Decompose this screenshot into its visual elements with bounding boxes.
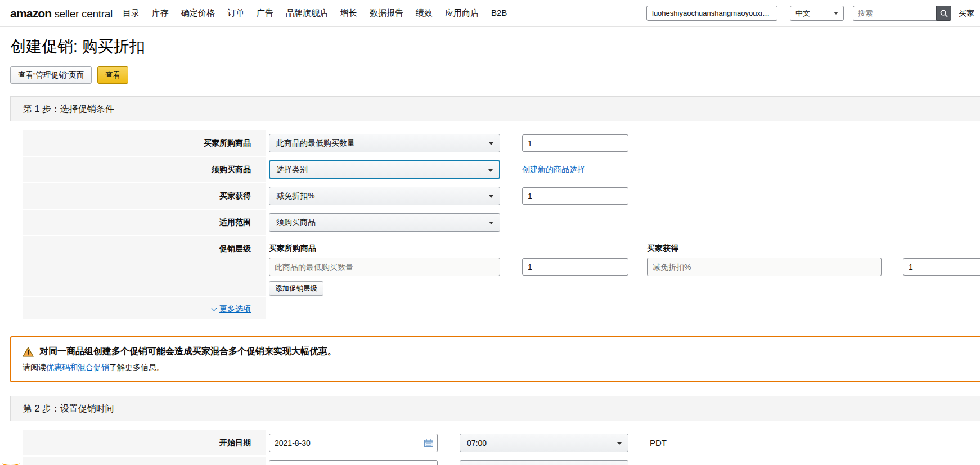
step2-header: 第 2 步：设置促销时间 (10, 396, 980, 421)
top-nav-right: luoheshiyaochuanshangmaoyouxiang... 中文 买… (646, 6, 974, 21)
buyer-gets-row: 买家获得 减免折扣% (23, 183, 980, 209)
purchased-items-row: 须购买商品 选择类别 创建新的商品选择 (23, 157, 980, 182)
account-selector[interactable]: luoheshiyaochuanshangmaoyouxiang... (646, 6, 777, 21)
applies-to-select[interactable]: 须购买商品 (269, 213, 500, 232)
tier-discount-criteria-input[interactable] (647, 258, 882, 276)
multiple-promotions-warning: 对同一商品组创建多个促销可能会造成买家混合多个促销来实现大幅优惠。 请阅读优惠码… (10, 336, 980, 382)
nav-item-stores[interactable]: 品牌旗舰店 (286, 8, 328, 19)
amazon-logo-text: amazon (10, 7, 51, 20)
view-button[interactable]: 查看 (97, 66, 128, 84)
end-date-row: 结束日期 (23, 457, 980, 465)
purchased-items-select[interactable]: 选择类别 (269, 160, 500, 179)
more-options-link[interactable]: 更多选项 (212, 304, 251, 314)
tier-qty-value-input[interactable] (522, 258, 628, 276)
buyer-purchases-label: 买家所购商品 (23, 130, 266, 156)
buyer-gets-amount-input[interactable] (522, 187, 628, 205)
search-icon (940, 10, 948, 17)
language-select-value: 中文 (795, 8, 810, 19)
search-button[interactable] (936, 6, 951, 21)
start-timezone-label: PDT (650, 438, 667, 448)
warning-icon (23, 347, 34, 357)
chevron-down-icon (488, 169, 493, 172)
create-product-selection-link[interactable]: 创建新的商品选择 (522, 165, 585, 175)
applies-to-label: 适用范围 (23, 210, 266, 235)
start-time-select[interactable]: 07:00 (460, 434, 628, 452)
add-tier-button[interactable]: 添加促销层级 (269, 281, 323, 296)
nav-item-performance[interactable]: 绩效 (416, 8, 433, 19)
start-date-input[interactable] (269, 434, 438, 452)
warning-body: 请阅读优惠码和混合促销了解更多信息。 (23, 363, 971, 373)
end-date-input[interactable] (269, 460, 438, 465)
buyer-purchases-row: 买家所购商品 此商品的最低购买数量 (23, 130, 980, 156)
amazon-smile-icon (2, 462, 20, 465)
end-date-label: 结束日期 (23, 457, 266, 465)
page-action-buttons: 查看“管理促销”页面 查看 (10, 66, 980, 84)
step2-body: 开始日期 (10, 421, 980, 465)
nav-item-reports[interactable]: 数据报告 (370, 8, 403, 19)
buyer-purchases-select-value: 此商品的最低购买数量 (276, 138, 355, 148)
step2-section: 第 2 步：设置促销时间 开始日期 (10, 396, 980, 465)
main-nav: 目录 库存 确定价格 订单 广告 品牌旗舰店 增长 数据报告 绩效 应用商店 B… (123, 8, 507, 19)
buyer-gets-select-value: 减免折扣% (276, 191, 314, 201)
applies-to-select-value: 须购买商品 (276, 218, 316, 228)
tier-col1-header: 买家所购商品 (269, 243, 647, 254)
more-options-row: 更多选项 (23, 297, 980, 319)
search-box (853, 6, 951, 21)
chevron-down-icon (617, 442, 622, 445)
nav-item-orders[interactable]: 订单 (227, 8, 244, 19)
buyer-gets-select[interactable]: 减免折扣% (269, 187, 500, 205)
nav-item-pricing[interactable]: 确定价格 (181, 8, 215, 19)
start-time-select-value: 07:00 (467, 439, 487, 448)
main-content: 创建促销: 购买折扣 查看“管理促销”页面 查看 第 1 步：选择促销条件 买家… (0, 36, 980, 465)
nav-item-catalog[interactable]: 目录 (123, 8, 140, 19)
step1-header: 第 1 步：选择促销条件 (10, 96, 980, 121)
amazon-logo[interactable]: amazon seller central (10, 7, 113, 20)
promotion-tier-row: 促销层级 买家所购商品 买家获得 添加促销层级 (23, 236, 980, 296)
start-date-row: 开始日期 (23, 430, 980, 455)
nav-item-inventory[interactable]: 库存 (152, 8, 169, 19)
promotion-tier-label: 促销层级 (23, 236, 266, 296)
step1-section: 第 1 步：选择促销条件 买家所购商品 此商品的最低购买数量 须购买商品 选择类… (10, 96, 980, 328)
chevron-down-icon (489, 222, 493, 224)
chevron-down-icon (489, 195, 493, 198)
chevron-down-icon (834, 12, 838, 15)
applies-to-row: 适用范围 须购买商品 (23, 210, 980, 235)
top-nav: amazon seller central 目录 库存 确定价格 订单 广告 品… (0, 0, 980, 27)
coupon-stacking-link[interactable]: 优惠码和混合促销 (46, 363, 109, 372)
search-input[interactable] (853, 6, 936, 21)
nav-item-b2b[interactable]: B2B (491, 8, 507, 19)
warning-title: 对同一商品组创建多个促销可能会造成买家混合多个促销来实现大幅优惠。 (39, 346, 336, 358)
chevron-down-icon (489, 142, 493, 145)
buyer-gets-label: 买家获得 (23, 183, 266, 209)
nav-item-growth[interactable]: 增长 (340, 8, 357, 19)
page-title: 创建促销: 购买折扣 (10, 36, 980, 57)
edge-partial-text: 买家 (959, 8, 974, 19)
tier-col2-header: 买家获得 (647, 243, 678, 254)
purchased-items-select-value: 选择类别 (276, 165, 308, 175)
chevron-down-icon (212, 306, 217, 311)
nav-item-appstore[interactable]: 应用商店 (445, 8, 479, 19)
buyer-purchases-select[interactable]: 此商品的最低购买数量 (269, 134, 500, 152)
step1-body: 买家所购商品 此商品的最低购买数量 须购买商品 选择类别 创建新的商品 (10, 121, 980, 328)
buyer-purchases-qty-input[interactable] (522, 134, 628, 152)
start-date-label: 开始日期 (23, 430, 266, 455)
purchased-items-label: 须购买商品 (23, 157, 266, 182)
seller-central-logo-text: seller central (54, 8, 113, 20)
end-time-select[interactable]: 23:59 (460, 460, 628, 465)
tier-discount-value-input[interactable] (903, 258, 980, 276)
language-select[interactable]: 中文 (790, 6, 844, 21)
tier-qty-criteria-input[interactable] (269, 258, 500, 276)
calendar-icon[interactable] (424, 439, 433, 447)
view-manage-promotions-button[interactable]: 查看“管理促销”页面 (10, 66, 92, 84)
nav-item-advertising[interactable]: 广告 (257, 8, 273, 19)
